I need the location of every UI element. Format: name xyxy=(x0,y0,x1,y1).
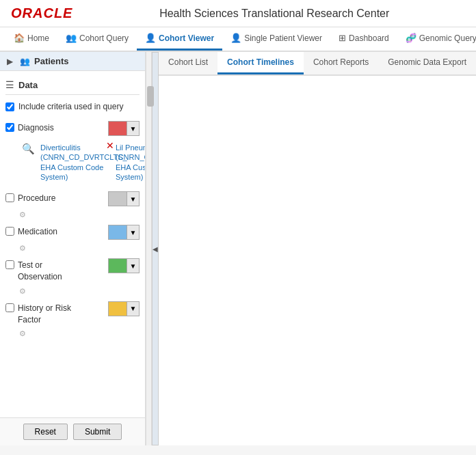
right-panel: Cohort List Cohort Timelines Cohort Repo… xyxy=(159,52,476,445)
tab-dashboard-label: Dashboard xyxy=(349,33,389,43)
submit-button[interactable]: Submit xyxy=(73,424,122,440)
diagnosis-sub-items: 🔍 Diverticulitis (CNRN_CD_DVRTCLTS_ EHA … xyxy=(19,140,140,184)
diverticulitis-item: Diverticulitis (CNRN_CD_DVRTCLTS_ EHA Cu… xyxy=(40,143,109,182)
data-section-header: ☰ Data xyxy=(5,77,140,95)
diagnosis-search-icon[interactable]: 🔍 xyxy=(22,143,35,155)
tab-genomic-query-label: Genomic Query xyxy=(419,33,476,43)
sub-tab-cohort-timelines[interactable]: Cohort Timelines xyxy=(217,52,304,74)
sub-tab-cohort-reports[interactable]: Cohort Reports xyxy=(304,52,378,74)
procedure-checkbox[interactable] xyxy=(5,193,14,202)
tab-cohort-viewer[interactable]: 👤 Cohort Viewer xyxy=(137,27,222,51)
diagnosis-color-group: ▼ xyxy=(108,121,140,136)
diagnosis-color-dropdown[interactable]: ▼ xyxy=(127,121,140,136)
tab-home[interactable]: 🏠 Home xyxy=(5,27,57,51)
tab-genomic-query[interactable]: 🧬 Genomic Query xyxy=(397,27,476,51)
tab-single-patient-label: Single Patient Viewer xyxy=(244,33,322,43)
app-header: ORACLE Health Sciences Translational Res… xyxy=(0,0,476,27)
tab-single-patient[interactable]: 👤 Single Patient Viewer xyxy=(222,27,330,51)
data-section-title: Data xyxy=(18,80,38,90)
left-panel-scrollbar[interactable] xyxy=(146,52,152,445)
medication-color-dropdown[interactable]: ▼ xyxy=(127,225,140,240)
history-risk-color-dropdown[interactable]: ▼ xyxy=(127,301,140,316)
include-criteria-row: Include criteria used in query xyxy=(5,100,140,113)
patients-header-title: Patients xyxy=(34,56,69,66)
history-risk-checkbox[interactable] xyxy=(5,303,14,312)
procedure-color-group: ▼ xyxy=(108,191,140,206)
medication-settings-icon[interactable]: ⚙ xyxy=(19,244,140,253)
cohort-query-icon: 👥 xyxy=(66,33,77,43)
tab-home-label: Home xyxy=(27,33,49,43)
single-patient-icon: 👤 xyxy=(230,33,241,43)
procedure-check xyxy=(5,191,18,202)
test-observation-color-dropdown[interactable]: ▼ xyxy=(127,258,140,273)
diagnosis-checkbox[interactable] xyxy=(5,123,14,132)
diagnosis-label: Diagnosis xyxy=(18,121,108,134)
sub-tab-cohort-list[interactable]: Cohort List xyxy=(159,52,217,74)
procedure-row: Procedure ▼ xyxy=(5,190,140,208)
tab-cohort-query-label: Cohort Query xyxy=(79,33,129,43)
data-section-icon: ☰ xyxy=(5,79,14,90)
oracle-logo: ORACLE xyxy=(11,5,72,21)
diagnosis-row: Diagnosis ▼ xyxy=(5,120,140,137)
medication-color-group: ▼ xyxy=(108,225,140,240)
procedure-color-swatch[interactable] xyxy=(108,191,127,206)
history-risk-color-swatch[interactable] xyxy=(108,301,127,316)
test-observation-color-group: ▼ xyxy=(108,258,140,273)
patients-icon: 👥 xyxy=(20,57,30,66)
procedure-settings-icon[interactable]: ⚙ xyxy=(19,210,140,219)
test-observation-settings-icon[interactable]: ⚙ xyxy=(19,287,140,296)
test-observation-checkbox[interactable] xyxy=(5,260,14,269)
sub-tab-genomic-data-export[interactable]: Genomic Data Export xyxy=(378,52,476,74)
genomic-query-icon: 🧬 xyxy=(406,33,416,43)
history-risk-settings-icon[interactable]: ⚙ xyxy=(19,329,140,338)
include-criteria-label: Include criteria used in query xyxy=(18,102,123,111)
scrollbar-thumb xyxy=(147,86,154,107)
panel-content: ☰ Data Include criteria used in query Di… xyxy=(0,71,145,417)
history-risk-label: History or RiskFactor xyxy=(18,301,108,326)
app-title: Health Sciences Translational Research C… xyxy=(83,8,465,20)
test-observation-color-swatch[interactable] xyxy=(108,258,127,273)
patients-panel-header: ▶ 👥 Patients xyxy=(0,52,145,71)
panel-footer: Reset Submit xyxy=(0,417,145,445)
diagnosis-color-swatch[interactable] xyxy=(108,121,127,136)
expand-arrow-icon[interactable]: ▶ xyxy=(7,57,13,66)
diagnosis-check xyxy=(5,121,18,132)
include-criteria-checkbox[interactable] xyxy=(5,102,14,111)
medication-color-swatch[interactable] xyxy=(108,225,127,240)
home-icon: 🏠 xyxy=(14,33,25,43)
main-layout: ▶ 👥 Patients ☰ Data Include criteria use… xyxy=(0,52,476,445)
reset-button[interactable]: Reset xyxy=(23,424,68,440)
medication-checkbox[interactable] xyxy=(5,227,14,236)
medication-label: Medication xyxy=(18,225,108,238)
lil-pneumonia-label: Lil Pneumonia (CNRN_CD_LLL_PNMN EHA Cust… xyxy=(116,143,145,182)
cohort-viewer-icon: 👤 xyxy=(145,33,156,43)
history-risk-check xyxy=(5,301,18,312)
left-panel: ▶ 👥 Patients ☰ Data Include criteria use… xyxy=(0,52,146,445)
medication-row: Medication ▼ xyxy=(5,223,140,241)
medication-check xyxy=(5,225,18,236)
lil-pneumonia-item: ✕ Lil Pneumonia (CNRN_CD_LLL_PNMN EHA Cu… xyxy=(111,143,145,182)
tab-cohort-query[interactable]: 👥 Cohort Query xyxy=(57,27,137,51)
tab-dashboard[interactable]: ⊞ Dashboard xyxy=(330,27,397,51)
sub-tabs: Cohort List Cohort Timelines Cohort Repo… xyxy=(159,52,476,76)
dashboard-icon: ⊞ xyxy=(339,33,346,43)
test-observation-row: Test orObservation ▼ xyxy=(5,257,140,284)
history-risk-color-group: ▼ xyxy=(108,301,140,316)
procedure-color-dropdown[interactable]: ▼ xyxy=(127,191,140,206)
right-content-area xyxy=(159,76,476,445)
procedure-label: Procedure xyxy=(18,191,108,204)
history-risk-row: History or RiskFactor ▼ xyxy=(5,300,140,327)
nav-tabs: 🏠 Home 👥 Cohort Query 👤 Cohort Viewer 👤 … xyxy=(0,27,476,52)
test-observation-label: Test orObservation xyxy=(18,258,108,283)
panel-collapse-button[interactable]: ◀ xyxy=(152,52,159,445)
remove-pneumonia-icon[interactable]: ✕ xyxy=(106,140,114,151)
test-observation-check xyxy=(5,258,18,269)
tab-cohort-viewer-label: Cohort Viewer xyxy=(159,33,214,43)
